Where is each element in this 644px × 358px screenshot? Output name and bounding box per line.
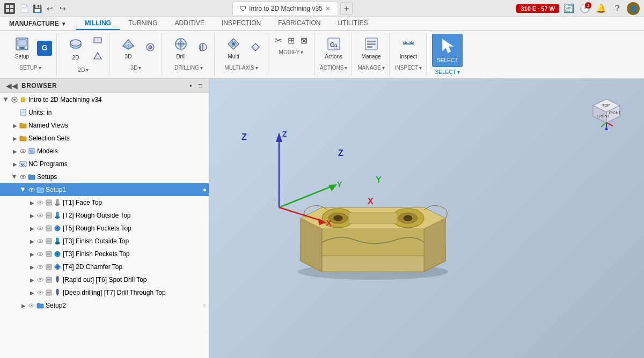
g-code-button[interactable]: G <box>37 41 52 56</box>
op-eye-icon <box>36 199 44 206</box>
rough-outside-arrow[interactable]: ▶ <box>28 211 36 220</box>
tree-op-chamfer[interactable]: ▶ [T4] 2D Chamfer Top <box>0 260 209 273</box>
setup-button[interactable]: Setup <box>9 34 35 63</box>
help-icon[interactable]: ? <box>611 2 624 15</box>
viewport[interactable]: Z Z Y X Z Y X <box>209 79 644 358</box>
drilling-icon <box>173 36 188 54</box>
tree-op-finish-pockets[interactable]: ▶ [T3] Finish Pockets Top <box>0 248 209 260</box>
browser-back-button[interactable]: ◀◀ <box>4 81 19 91</box>
tree-op-face-top[interactable]: ▶ [T1] Face Top <box>0 196 209 209</box>
svg-marker-97 <box>56 294 58 296</box>
modify-group-label[interactable]: MODIFY ▾ <box>279 49 304 55</box>
manufacture-button[interactable]: MANUFACTURE ▼ <box>4 17 71 30</box>
3d-icon <box>121 36 136 54</box>
file-button[interactable]: 📄 <box>18 3 30 14</box>
rough-pockets-arrow[interactable]: ▶ <box>28 224 36 233</box>
2d-button[interactable]: 2D <box>62 35 89 64</box>
setups-label: Setups <box>35 173 207 181</box>
tree-setups[interactable]: ▶ Setups <box>0 170 209 183</box>
setup2-arrow[interactable]: ▶ <box>19 301 28 310</box>
refresh-icon[interactable]: 🔄 <box>562 2 575 15</box>
chamfer-arrow[interactable]: ▶ <box>28 263 36 271</box>
tab-fabrication[interactable]: FABRICATION <box>269 17 329 30</box>
tree-models[interactable]: ▶ Models <box>0 145 209 158</box>
tree-selection-sets[interactable]: ▶ Selection Sets <box>0 132 209 145</box>
root-arrow[interactable]: ▶ <box>2 95 11 104</box>
multiaxis-sub-button[interactable] <box>248 41 262 56</box>
browser-lines-button[interactable]: ≡ <box>196 81 204 91</box>
tree-op-rough-outside[interactable]: ▶ [T2] Rough Outside Top <box>0 209 209 222</box>
modify-remove-button[interactable]: ⊠ <box>298 34 310 47</box>
select-group-label[interactable]: SELECT ▾ <box>435 69 460 75</box>
viewcube[interactable]: FRONT RIGHT TOP <box>585 89 628 132</box>
tab-utilities[interactable]: UTILITIES <box>329 17 376 30</box>
tab-turning[interactable]: TURNING <box>120 17 166 30</box>
2d-sub2-button[interactable] <box>91 50 105 65</box>
finish-pockets-arrow[interactable]: ▶ <box>28 250 36 258</box>
setups-arrow[interactable]: ▶ <box>11 173 19 181</box>
ribbon: MANUFACTURE ▼ MILLING TURNING ADDITIVE I… <box>0 17 644 79</box>
setup1-arrow[interactable]: ▶ <box>19 185 28 194</box>
notifications-icon[interactable]: 🔔 <box>595 2 608 15</box>
tree-root[interactable]: ▶ Intro to 2D Machining v34 <box>0 93 209 106</box>
tab-milling[interactable]: MILLING <box>76 17 120 30</box>
tree-op-rough-pockets[interactable]: ▶ [T5] Rough Pockets Top <box>0 222 209 235</box>
svg-point-116 <box>404 215 412 221</box>
tree-op-finish-outside[interactable]: ▶ [T3] Finish Outside Top <box>0 235 209 248</box>
actions-group-label[interactable]: ACTIONS ▾ <box>320 65 347 71</box>
manage-button[interactable]: Manage <box>358 34 385 63</box>
title-bar-file-icons: 📄 💾 ↩ ↪ <box>18 3 69 14</box>
tree-op-spot-drill[interactable]: ▶ [Rapid out] [T6] Spot Drill Top <box>0 273 209 286</box>
title-bar: 📄 💾 ↩ ↪ 🛡 Intro to 2D Machining v35 × + … <box>0 0 644 17</box>
ribbon-group-modify: ✂ ⊞ ⊠ MODIFY ▾ <box>268 33 314 76</box>
modify-cut-button[interactable]: ✂ <box>273 34 284 47</box>
close-tab-button[interactable]: × <box>325 4 331 13</box>
inspect-group-label[interactable]: INSPECT ▾ <box>395 65 422 71</box>
undo-button[interactable]: ↩ <box>44 3 56 14</box>
select-button[interactable]: SELECT <box>432 34 463 67</box>
clock-icon[interactable]: 🕐 1 <box>579 2 591 15</box>
browser-nav-arrows: ◀◀ <box>4 81 19 91</box>
nc-programs-arrow[interactable]: ▶ <box>11 160 19 168</box>
spot-drill-arrow[interactable]: ▶ <box>28 275 36 284</box>
tree-nc-programs[interactable]: ▶ NC NC Programs <box>0 158 209 170</box>
save-button[interactable]: 💾 <box>31 3 43 14</box>
3d-button[interactable]: 3D <box>115 34 142 63</box>
active-tab[interactable]: 🛡 Intro to 2D Machining v35 × <box>232 2 338 15</box>
finish-outside-arrow[interactable]: ▶ <box>28 237 36 245</box>
multiaxis-group-label[interactable]: MULTI-AXIS ▾ <box>224 65 258 71</box>
models-arrow[interactable]: ▶ <box>11 147 19 155</box>
new-tab-button[interactable]: + <box>340 2 353 15</box>
drill-through-arrow[interactable]: ▶ <box>28 288 36 297</box>
drilling-sub-button[interactable] <box>196 41 210 56</box>
2d-group-label[interactable]: 2D ▾ <box>78 67 89 73</box>
2d-sub1-button[interactable] <box>91 34 105 49</box>
svg-point-87 <box>40 279 41 281</box>
tab-inspection[interactable]: INSPECTION <box>213 17 269 30</box>
tree-units[interactable]: ▶ Units: in <box>0 106 209 119</box>
manage-group-label[interactable]: MANAGE ▾ <box>357 65 384 71</box>
multiaxis-button[interactable]: Multi <box>220 34 247 63</box>
face-top-arrow[interactable]: ▶ <box>28 198 36 207</box>
setup-group-label[interactable]: SETUP ▾ <box>19 65 41 71</box>
user-avatar[interactable]: 👤 <box>627 2 640 15</box>
inspect-button[interactable]: Inspect <box>395 34 422 63</box>
tree-setup2[interactable]: ▶ Setup2 ○ <box>0 299 209 312</box>
op-tool-icon-blue2 <box>54 225 61 232</box>
tree-named-views[interactable]: ▶ Named Views <box>0 119 209 132</box>
modify-add-button[interactable]: ⊞ <box>286 34 297 47</box>
badge-button[interactable]: 310 E · 57 W <box>516 4 559 13</box>
redo-button[interactable]: ↪ <box>57 3 69 14</box>
browser-dot-button[interactable]: • <box>187 81 194 91</box>
drilling-button[interactable]: Drill <box>167 34 194 63</box>
drilling-group-label[interactable]: DRILLING ▾ <box>174 65 203 71</box>
named-views-arrow[interactable]: ▶ <box>11 121 19 130</box>
tree-op-drill-through[interactable]: ▶ [Deep drilling] [T7] Drill Through Top <box>0 286 209 299</box>
actions-play-button[interactable]: G₁G₂ Actions <box>320 34 347 63</box>
selection-sets-arrow[interactable]: ▶ <box>11 134 19 143</box>
tab-additive[interactable]: ADDITIVE <box>166 17 213 30</box>
3d-sub-button[interactable] <box>143 41 157 56</box>
svg-line-123 <box>606 123 613 126</box>
tree-setup1[interactable]: ▶ Setup1 ● <box>0 183 209 196</box>
3d-group-label[interactable]: 3D ▾ <box>131 65 142 71</box>
